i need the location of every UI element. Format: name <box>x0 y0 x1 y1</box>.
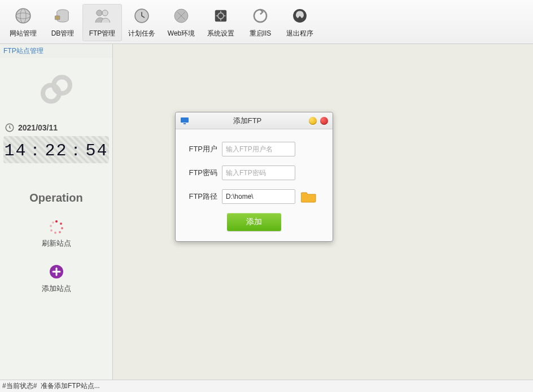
svg-point-5 <box>97 10 102 16</box>
sparkglobe-icon <box>172 6 191 25</box>
clockgear-icon <box>132 6 151 25</box>
toolbar-label: 计划任务 <box>128 29 155 38</box>
toolbar-db-mgmt[interactable]: DB管理 <box>43 4 82 41</box>
clock-icon <box>5 123 15 133</box>
add-submit-button[interactable]: 添加 <box>227 213 281 231</box>
toolbar-label: 系统设置 <box>207 29 234 38</box>
dialog-close-button[interactable] <box>320 117 328 125</box>
refresh-icon <box>251 6 270 25</box>
dialog-titlebar[interactable]: 添加FTP <box>176 112 333 129</box>
ftp-path-input[interactable] <box>222 189 295 204</box>
main-toolbar: 网站管理 DB管理 FTP管理 计划任务 Web环境 系统设置 重启IIS 退出… <box>0 0 533 44</box>
add-ftp-dialog: 添加FTP FTP用户 FTP密码 FTP路径 <box>175 112 333 242</box>
plus-circle-icon <box>49 264 64 279</box>
add-label: 添加站点 <box>42 284 71 294</box>
status-bar: #当前状态# 准备添加FTP站点... <box>0 380 533 392</box>
toolbar-system-settings[interactable]: 系统设置 <box>201 4 241 41</box>
svg-rect-4 <box>55 16 60 20</box>
gearbox-icon <box>211 6 230 25</box>
toolbar-label: FTP管理 <box>89 29 116 38</box>
refresh-sites-button[interactable]: 刷新站点 <box>0 220 112 249</box>
chain-icon <box>34 72 79 106</box>
svg-point-11 <box>254 10 266 22</box>
refresh-label: 刷新站点 <box>42 238 71 249</box>
content-area: 添加FTP FTP用户 FTP密码 FTP路径 <box>113 44 533 380</box>
users-icon <box>93 6 112 25</box>
status-text: 准备添加FTP站点... <box>41 381 100 391</box>
dialog-minimize-button[interactable] <box>309 117 317 125</box>
toolbar-website-mgmt[interactable]: 网站管理 <box>3 4 43 41</box>
ftp-user-label: FTP用户 <box>186 144 222 154</box>
status-prefix: #当前状态# <box>2 381 37 391</box>
toolbar-exit[interactable]: 退出程序 <box>280 4 320 41</box>
ftp-pass-input[interactable] <box>222 165 295 180</box>
toolbar-label: DB管理 <box>51 29 75 38</box>
svg-point-6 <box>102 10 108 16</box>
monitor-icon <box>180 116 189 125</box>
ftp-pass-label: FTP密码 <box>186 168 222 178</box>
db-icon <box>53 6 72 25</box>
toolbar-scheduled-tasks[interactable]: 计划任务 <box>122 4 161 41</box>
date-text: 2021/03/11 <box>18 123 58 132</box>
date-row: 2021/03/11 <box>0 120 112 135</box>
sidebar-title: FTP站点管理 <box>0 44 112 58</box>
operation-heading: Operation <box>0 191 112 204</box>
loading-dots-icon <box>50 220 63 234</box>
toolbar-ftp-mgmt[interactable]: FTP管理 <box>82 4 122 41</box>
dialog-title-text: 添加FTP <box>189 116 305 126</box>
globe-icon <box>14 6 33 25</box>
sidebar: FTP站点管理 2021/03/11 14：22：54 Operation 刷新… <box>0 44 113 380</box>
toolbar-web-env[interactable]: Web环境 <box>161 4 201 41</box>
toolbar-restart-iis[interactable]: 重启IIS <box>241 4 280 41</box>
svg-point-0 <box>16 8 30 23</box>
toolbar-label: 网站管理 <box>10 29 37 38</box>
svg-rect-17 <box>181 117 189 123</box>
add-site-button[interactable]: 添加站点 <box>0 264 112 294</box>
toolbar-label: 重启IIS <box>250 29 272 38</box>
exit-icon <box>290 6 309 25</box>
svg-rect-18 <box>184 123 186 124</box>
toolbar-label: 退出程序 <box>286 29 313 38</box>
ftp-user-input[interactable] <box>222 142 295 156</box>
toolbar-label: Web环境 <box>168 29 195 38</box>
ftp-path-label: FTP路径 <box>186 191 222 202</box>
clock-display: 14：22：54 <box>3 136 109 163</box>
browse-folder-button[interactable] <box>301 190 317 203</box>
link-graphic <box>0 58 112 120</box>
